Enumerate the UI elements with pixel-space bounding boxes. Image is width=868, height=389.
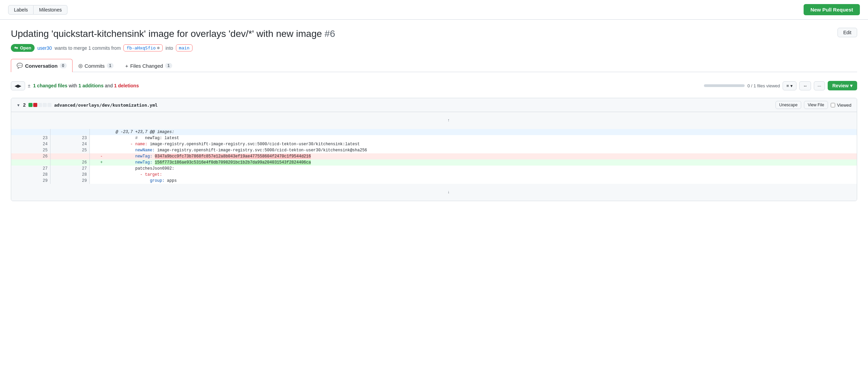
copy-icon[interactable]: ⊕: [157, 45, 160, 50]
code-diff-table: ↑ @ -23,7 +23,7 @@ images: 23 23 # newTa…: [11, 112, 857, 201]
old-line-num: 28: [11, 172, 51, 178]
old-line-num: 26: [11, 153, 51, 159]
with-text: with: [69, 83, 79, 88]
expand-up-icon: ↑: [447, 118, 450, 123]
diff-marker: [90, 135, 113, 141]
main-content: Updating 'quickstart-kitchensink' image …: [0, 20, 868, 209]
viewed-checkbox-input[interactable]: [831, 103, 835, 107]
file-list-button[interactable]: ≡ ▾: [783, 81, 796, 90]
viewed-checkbox[interactable]: Viewed: [831, 103, 851, 108]
old-line-num: 27: [11, 166, 51, 172]
review-button[interactable]: Review ▾: [828, 81, 857, 90]
table-row: 27 27 patchesJson6902:: [11, 166, 857, 172]
expand-down-cell[interactable]: ↓: [11, 184, 857, 201]
pr-icon: ⇋: [14, 45, 18, 50]
top-bar: Labels Milestones New Pull Request: [0, 0, 868, 20]
unescape-button[interactable]: Unescape: [775, 101, 801, 109]
expand-down-row: ↓: [11, 184, 857, 201]
file-collapse-button[interactable]: ▾: [17, 102, 20, 108]
viewed-label: Viewed: [837, 103, 851, 108]
diff-header-left: ◀▶ ± 1 changed files with 1 additions an…: [11, 81, 139, 90]
table-row: 24 24 - name: image-registry.openshift-i…: [11, 141, 857, 147]
files-changed-badge: 1: [165, 63, 172, 68]
file-path: advanced/overlays/dev/kustomization.yml: [54, 103, 158, 108]
stat-block-gray-2: [43, 103, 47, 107]
conversation-icon: 💬: [17, 63, 23, 69]
expand-down-icon: ↓: [447, 190, 450, 195]
code-line: group: apps: [113, 178, 857, 184]
pr-author-link[interactable]: user30: [37, 45, 52, 51]
tab-conversation-label: Conversation: [25, 63, 58, 69]
progress-bar: [704, 84, 745, 87]
hunk-marker: [90, 129, 113, 135]
new-pull-request-button[interactable]: New Pull Request: [804, 4, 860, 15]
sidebar-icon: ◀▶: [15, 83, 21, 88]
view-file-button[interactable]: View File: [804, 101, 828, 109]
code-line: patchesJson6902:: [113, 166, 857, 172]
tab-commits[interactable]: ◎ Commits 1: [73, 59, 120, 72]
review-btn-label: Review: [832, 83, 849, 88]
expand-up-cell[interactable]: ↑: [11, 112, 857, 129]
new-line-num: 27: [51, 166, 90, 172]
new-line-num: 28: [51, 172, 90, 178]
new-line-num: 26: [51, 159, 90, 166]
table-row: 28 28 - target:: [11, 172, 857, 178]
edit-button[interactable]: Edit: [837, 28, 857, 37]
sidebar-toggle-button[interactable]: ◀▶: [11, 81, 25, 90]
stat-block-red: [33, 103, 37, 107]
labels-button[interactable]: Labels: [8, 5, 34, 15]
plus-icon: ±: [28, 83, 31, 88]
more-icon: ···: [817, 83, 821, 88]
milestones-button[interactable]: Milestones: [34, 5, 67, 15]
file-diff-header-left: ▾ 2 advanced/overlays/dev/kustomization.…: [17, 102, 158, 108]
stat-block-green: [28, 103, 33, 107]
more-options-button[interactable]: ···: [814, 81, 825, 90]
file-diff-header: ▾ 2 advanced/overlays/dev/kustomization.…: [11, 98, 857, 112]
pr-status-text: Open: [20, 45, 31, 50]
expand-up-row: ↑: [11, 112, 857, 129]
pr-into-text: into: [165, 45, 173, 51]
old-line-num: 25: [11, 147, 51, 153]
diff-marker: [90, 147, 113, 153]
list-icon: ≡: [786, 83, 789, 88]
code-line: newName: image-registry.openshift-image-…: [113, 147, 857, 153]
hunk-content: @ -23,7 +23,7 @@ images:: [113, 129, 857, 135]
tab-commits-label: Commits: [85, 63, 105, 69]
new-line-num: [51, 153, 90, 159]
pr-title: Updating 'quickstart-kitchensink' image …: [11, 28, 837, 40]
old-line-num: 24: [11, 141, 51, 147]
changed-files-count: 1 changed files: [33, 83, 67, 88]
hunk-header-row: @ -23,7 +23,7 @@ images:: [11, 129, 857, 135]
table-row: 23 23 # newTag: latest: [11, 135, 857, 141]
pr-title-row: Updating 'quickstart-kitchensink' image …: [11, 28, 857, 40]
diff-marker: [90, 178, 113, 184]
old-line-num: 29: [11, 178, 51, 184]
new-line-num: 23: [51, 135, 90, 141]
tab-files-changed[interactable]: + Files Changed 1: [119, 59, 178, 72]
tab-conversation[interactable]: 💬 Conversation 0: [11, 59, 73, 72]
table-row: 26 + newTag: 156f773c186ae93c5316e4f0db7…: [11, 159, 857, 166]
table-row: 25 25 newName: image-registry.openshift-…: [11, 147, 857, 153]
commits-icon: ◎: [78, 63, 83, 69]
diff-marker: [90, 141, 113, 147]
diff-marker: -: [90, 153, 113, 159]
tab-files-changed-label: Files Changed: [130, 63, 163, 69]
hunk-new-num: [51, 129, 90, 135]
pr-meta: ⇋ Open user30 wants to merge 1 commits f…: [11, 44, 857, 52]
chevron-down-icon: ▾: [790, 83, 793, 88]
old-line-num: 23: [11, 135, 51, 141]
pr-target-branch: main: [176, 44, 193, 51]
diff-header-right: 0 / 1 files viewed ≡ ▾ ↔ ··· Review ▾: [704, 81, 857, 90]
expand-button[interactable]: ↔: [799, 81, 811, 90]
file-diff-container: ▾ 2 advanced/overlays/dev/kustomization.…: [11, 98, 857, 201]
additions-text: 1 additions: [79, 83, 104, 88]
file-diff-header-right: Unescape View File Viewed: [775, 101, 851, 109]
changed-files-text: 1 changed files with 1 additions and 1 d…: [33, 83, 139, 88]
diff-marker: [90, 166, 113, 172]
diff-header: ◀▶ ± 1 changed files with 1 additions an…: [11, 78, 857, 94]
and-text: and: [105, 83, 114, 88]
table-row: 29 29 group: apps: [11, 178, 857, 184]
deletions-text: 1 deletions: [114, 83, 139, 88]
table-row: 26 - newTag: 0347a9bcc9fc73b7868fc857e12…: [11, 153, 857, 159]
diff-marker: [90, 172, 113, 178]
